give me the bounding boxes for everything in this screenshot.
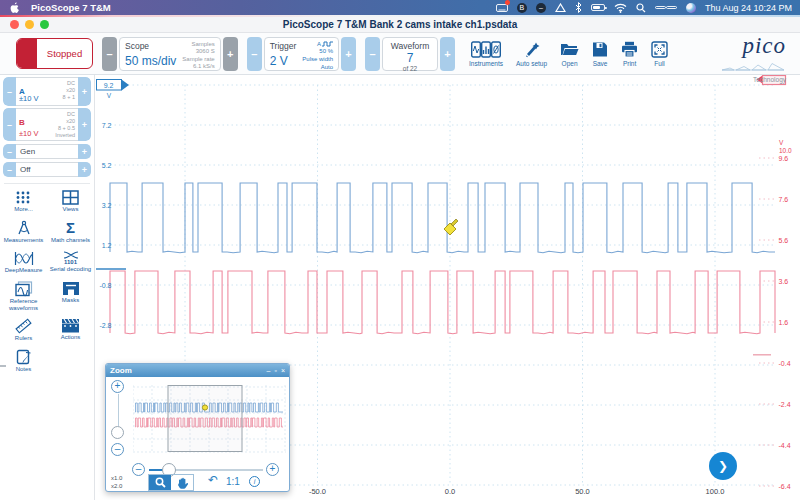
- window-titlebar: PicoScope 7 T&M Bank 2 cams intake ch1.p…: [0, 15, 800, 33]
- save-floppy-icon: [592, 41, 608, 58]
- zoom-vertical-slider-track[interactable]: [118, 394, 120, 426]
- apple-logo-icon[interactable]: [10, 2, 20, 13]
- app-status-icon[interactable]: [496, 2, 508, 13]
- zoom-overlay-window[interactable]: Zoom – ▫ × + – – + x1.0 x2.0 ↶ 1:1 i: [105, 363, 290, 492]
- sidebar-item-notes[interactable]: Notes: [0, 349, 47, 373]
- control-center-icon[interactable]: [655, 2, 677, 13]
- axis-tick-label: 1.2: [102, 242, 112, 249]
- menubar-clock[interactable]: Thu Aug 24 10:24 PM: [705, 3, 792, 13]
- waveform-count: of 22: [403, 65, 417, 72]
- channel-b-decrease-button[interactable]: –: [3, 108, 16, 141]
- bluetooth-icon[interactable]: [575, 2, 582, 13]
- right-axis-top-value: 10.0: [779, 147, 792, 154]
- magnifier-icon: [155, 477, 166, 488]
- views-icon: [62, 190, 79, 205]
- notification-dot: [505, 0, 510, 5]
- channel-b-increase-button[interactable]: +: [78, 108, 91, 141]
- hand-pan-icon: [177, 477, 188, 489]
- waveform-index[interactable]: 7: [407, 51, 414, 65]
- trigger-marker[interactable]: [444, 219, 458, 235]
- instruments-button[interactable]: Instruments: [469, 41, 503, 67]
- sidebar-splitter-handle[interactable]: [0, 365, 6, 367]
- b-circle-icon[interactable]: B: [517, 3, 527, 13]
- zoom-vertical-in-button[interactable]: +: [111, 380, 124, 393]
- channel-b-control[interactable]: – B ±10 V DC x20 8 + 0.5 Inverted +: [3, 108, 91, 141]
- zoom-horizontal-in-button[interactable]: +: [266, 463, 279, 476]
- zoom-restore-icon[interactable]: ▫: [274, 367, 276, 374]
- sidebar-item-actions[interactable]: Actions: [47, 318, 94, 342]
- sidebar-item-serial-decoding[interactable]: 1101 Serial decoding: [47, 251, 94, 274]
- waveform-next-button[interactable]: +: [440, 37, 455, 71]
- zoom-vertical-out-button[interactable]: –: [111, 443, 124, 456]
- axis-tick-label: 1.6: [779, 319, 789, 326]
- sidebar-item-more[interactable]: More...: [0, 190, 47, 213]
- minimap-selection-rect[interactable]: [168, 386, 242, 452]
- axis-tick-label: 3.2: [102, 202, 112, 209]
- open-button[interactable]: Open: [560, 41, 579, 67]
- window-title: PicoScope 7 T&M Bank 2 cams intake ch1.p…: [0, 19, 800, 30]
- zoom-close-icon[interactable]: ×: [281, 367, 285, 374]
- sidebar-item-deepmeasure[interactable]: DeepMeasure: [0, 251, 47, 274]
- pulse-waveform-icon: [322, 41, 333, 47]
- battery-icon[interactable]: [591, 4, 605, 11]
- waveform-panel: – Waveform 7 of 22 +: [365, 37, 455, 71]
- waveform-previous-button[interactable]: –: [365, 37, 380, 71]
- dark-circle-icon[interactable]: –: [536, 3, 546, 13]
- channel-a-decrease-button[interactable]: –: [3, 77, 16, 106]
- zoom-select-mode-button[interactable]: [149, 475, 171, 490]
- menubar-app-name[interactable]: PicoScope 7 T&M: [31, 2, 111, 13]
- trigger-level-value[interactable]: 2 V: [270, 54, 297, 68]
- zoom-ratio-button[interactable]: 1:1: [226, 476, 240, 487]
- channel-a-control[interactable]: – A ±10 V DC x20 8 + 1 +: [3, 77, 91, 106]
- timebase-value[interactable]: 50 ms/div: [125, 54, 176, 68]
- off-control[interactable]: – Off +: [3, 162, 91, 177]
- zoom-undo-button[interactable]: ↶: [208, 473, 218, 487]
- channel-b-range: ±10 V: [19, 129, 39, 138]
- off-decrease-button[interactable]: –: [3, 162, 16, 177]
- timebase-increase-button[interactable]: +: [223, 37, 238, 71]
- zoom-minimap[interactable]: [133, 385, 286, 455]
- gen-control[interactable]: – Gen +: [3, 144, 91, 159]
- next-page-button[interactable]: ❯: [709, 452, 737, 480]
- trigger-increase-button[interactable]: +: [341, 37, 356, 71]
- measurements-compass-icon: [16, 220, 32, 236]
- stopped-button[interactable]: Stopped: [16, 38, 93, 69]
- sidebar-item-math-channels[interactable]: Σ Math channels: [47, 220, 94, 244]
- printer-icon: [621, 41, 638, 58]
- sidebar-item-views[interactable]: Views: [47, 190, 94, 213]
- main-toolbar: Stopped – Scope 50 ms/div Samples 3060 S…: [0, 33, 800, 75]
- zoom-info-button[interactable]: i: [249, 476, 260, 487]
- axis-tick-label: -4.4: [779, 442, 791, 449]
- sidebar-item-reference-waveforms[interactable]: Reference waveforms: [0, 281, 47, 312]
- full-screen-button[interactable]: Full: [651, 41, 668, 67]
- stop-block-icon: [17, 39, 37, 68]
- auto-setup-wand-icon: [523, 41, 541, 58]
- x-axis-tick-label: 0.0: [445, 487, 455, 496]
- triangle-icon[interactable]: [555, 2, 566, 13]
- zoom-horizontal-out-button[interactable]: –: [132, 463, 145, 476]
- channel-a-increase-button[interactable]: +: [78, 77, 91, 106]
- auto-setup-button[interactable]: Auto setup: [516, 41, 547, 67]
- wifi-icon[interactable]: [614, 2, 627, 13]
- zoom-minimize-icon[interactable]: –: [267, 367, 271, 374]
- sidebar-item-measurements[interactable]: Measurements: [0, 220, 47, 244]
- scope-panel: – Scope 50 ms/div Samples 3060 S Sample …: [102, 37, 238, 71]
- trigger-decrease-button[interactable]: –: [247, 37, 262, 71]
- gen-decrease-button[interactable]: –: [3, 144, 16, 159]
- sidebar-item-rulers[interactable]: Rulers: [0, 318, 47, 342]
- gen-increase-button[interactable]: +: [78, 144, 91, 159]
- zoom-scale-readout: x1.0 x2.0: [111, 475, 122, 491]
- spotlight-search-icon[interactable]: [636, 2, 646, 13]
- sidebar-item-masks[interactable]: Masks: [47, 281, 94, 312]
- timebase-decrease-button[interactable]: –: [102, 37, 117, 71]
- trigger-title: Trigger: [270, 41, 297, 51]
- save-button[interactable]: Save: [592, 41, 608, 67]
- siri-icon[interactable]: [686, 3, 696, 13]
- off-increase-button[interactable]: +: [78, 162, 91, 177]
- zoom-window-header[interactable]: Zoom – ▫ ×: [106, 364, 289, 377]
- zoom-pan-mode-button[interactable]: [171, 475, 193, 490]
- print-button[interactable]: Print: [621, 41, 638, 67]
- zoom-vertical-slider-knob[interactable]: [111, 426, 124, 439]
- channel-b-info: DC x20 8 + 0.5 Inverted: [55, 111, 75, 139]
- x-axis-tick-label: 100.0: [706, 487, 725, 496]
